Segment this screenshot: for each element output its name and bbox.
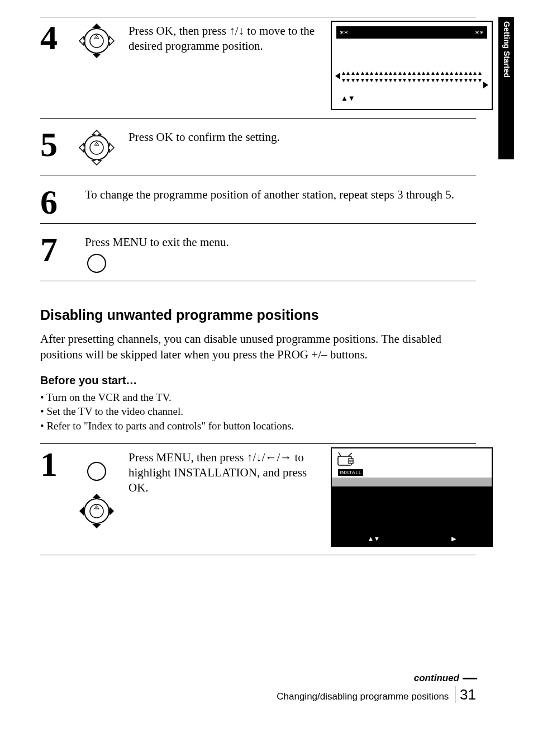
step-number: 6: [40, 185, 65, 219]
menu-nav-updown: ▲▼: [368, 535, 380, 542]
rule: [40, 223, 476, 224]
svg-marker-22: [79, 507, 85, 516]
step-4: 4 Press OK, then press ↑/↓ to move to th…: [40, 17, 493, 110]
svg-marker-13: [92, 159, 101, 165]
rule: [40, 118, 476, 119]
continued-label: continued: [40, 673, 476, 684]
step-6: 6 To change the programme position of an…: [40, 182, 493, 219]
side-tab-getting-started: Getting Started: [498, 17, 514, 159]
svg-marker-14: [79, 143, 85, 152]
disable-step-1-text: Press MENU, then press ↑/↓/←/→ to highli…: [129, 447, 321, 496]
menu-nav-right: ▶: [451, 535, 456, 542]
step-6-text: To change the programme position of anot…: [85, 185, 493, 202]
dpad-ok-icon: [77, 127, 117, 168]
step-number: 7: [40, 233, 65, 266]
before-bullets: Turn on the VCR and the TV. Set the TV t…: [40, 390, 493, 433]
bullet-item: Turn on the VCR and the TV.: [40, 390, 493, 405]
svg-point-1: [90, 34, 103, 48]
menu-button-icon: [87, 462, 106, 481]
footer-title: Changing/disabling programme positions: [277, 691, 449, 702]
dpad-ok-icon: [77, 21, 117, 61]
menu-button-icon: [87, 254, 106, 273]
svg-point-3: [96, 37, 97, 38]
step-number: 4: [40, 21, 65, 54]
rule: [40, 176, 476, 176]
section-body-text: After presetting channels, you can disab…: [40, 331, 476, 363]
swap-display: ∗∗ ∗∗ ▲▼: [331, 21, 493, 110]
bullet-item: Set the TV to the video channel.: [40, 404, 493, 419]
swap-right-stars: ∗∗: [475, 26, 484, 39]
rule: [40, 281, 476, 281]
svg-rect-25: [349, 459, 353, 464]
display-nav-arrows: ▲▼: [336, 91, 487, 102]
step-number: 5: [40, 127, 65, 161]
step-7-text: Press MENU to exit the menu.: [85, 233, 493, 250]
svg-point-9: [90, 141, 103, 154]
svg-marker-21: [92, 523, 101, 528]
svg-point-11: [96, 144, 97, 145]
page-footer: continued Changing/disabling programme p…: [40, 673, 476, 703]
step-number: 1: [40, 447, 65, 481]
step-4-text: Press OK, then press ↑/↓ to move to the …: [129, 21, 321, 54]
before-you-start-heading: Before you start…: [40, 374, 493, 387]
step-5: 5 Press OK to confirm the setting.: [40, 124, 493, 168]
rule: [40, 555, 476, 555]
install-icon: [337, 452, 354, 466]
svg-marker-5: [92, 53, 101, 58]
svg-point-19: [96, 507, 97, 508]
svg-marker-7: [108, 36, 114, 45]
bullet-item: Refer to "Index to parts and controls" f…: [40, 419, 493, 433]
svg-point-17: [90, 504, 103, 518]
svg-marker-15: [108, 143, 114, 152]
dpad-ok-icon: [77, 491, 117, 531]
svg-marker-4: [92, 23, 101, 29]
installation-menu-display: INSTALL ▲▼ ▶: [331, 447, 493, 547]
swap-left-stars: ∗∗: [340, 26, 349, 39]
svg-marker-6: [79, 36, 85, 45]
svg-marker-20: [92, 494, 101, 499]
step-5-text: Press OK to confirm the setting.: [129, 127, 493, 145]
page-number: 31: [455, 686, 476, 703]
disable-step-1: 1 Press MENU, then press ↑/↓/←/→ to high…: [40, 444, 493, 547]
step-7: 7 Press MENU to exit the menu.: [40, 229, 493, 273]
install-label: INSTALL: [337, 469, 364, 476]
svg-marker-23: [108, 507, 114, 516]
svg-marker-12: [92, 130, 101, 136]
section-heading-disable: Disabling unwanted programme positions: [40, 307, 493, 323]
